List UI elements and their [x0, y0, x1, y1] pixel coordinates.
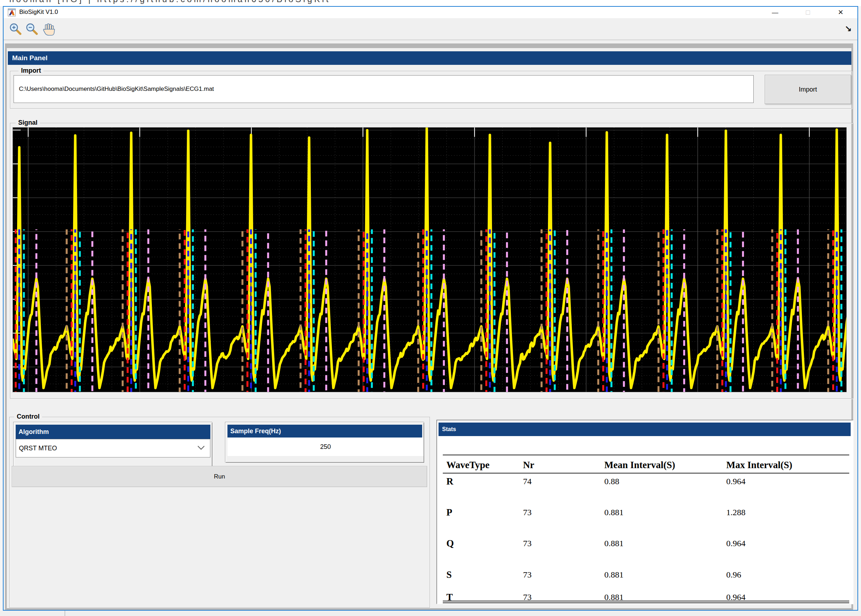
background-number-text: 650 50000 — [332, 613, 460, 616]
background-divider — [65, 611, 65, 616]
ecg-chart — [13, 127, 846, 392]
screen: hooman [HG] | https://github.com/hooman6… — [0, 0, 861, 616]
cell-max: 0.964 — [726, 536, 746, 551]
cell-wave: Q — [446, 536, 454, 551]
file-path-input[interactable] — [14, 75, 754, 103]
cell-wave: P — [446, 505, 452, 520]
background-url-text: hooman [HG] | https://github.com/hooman6… — [9, 0, 331, 4]
cell-nr: 73 — [523, 567, 532, 582]
chevron-down-icon — [197, 445, 205, 450]
cell-max: 1.288 — [726, 505, 746, 520]
algorithm-panel-header: Algorithm — [16, 425, 210, 439]
stats-table: WaveType Nr Mean Interval(S) Max Interva… — [437, 420, 853, 603]
table-rule-header — [443, 473, 849, 473]
toolbar-overflow-icon[interactable]: ↘ — [845, 24, 852, 34]
pan-hand-icon[interactable] — [42, 22, 56, 37]
figure-toolbar: ↘ — [3, 18, 858, 40]
cell-mean: 0.88 — [604, 474, 619, 489]
col-max-interval: Max Interval(S) — [726, 457, 792, 472]
table-row: P 73 0.881 1.288 — [437, 505, 853, 520]
zoom-in-icon[interactable] — [9, 22, 23, 37]
cell-max: 0.964 — [726, 474, 746, 489]
sample-freq-header: Sample Freq(Hz) — [227, 425, 422, 437]
table-rule-bottom-1 — [443, 601, 849, 601]
minimize-button[interactable]: — — [764, 7, 787, 18]
signal-plot[interactable] — [13, 127, 847, 392]
main-panel-header: Main Panel — [8, 51, 852, 65]
import-button[interactable]: Import — [765, 75, 851, 104]
table-rule-top — [443, 455, 849, 455]
window-title: BioSigKit V1.0 — [19, 9, 58, 16]
table-header-row: WaveType Nr Mean Interval(S) Max Interva… — [437, 457, 853, 472]
close-icon: ✕ — [838, 9, 844, 16]
titlebar: BioSigKit V1.0 — □ ✕ — [3, 7, 858, 18]
col-mean-interval: Mean Interval(S) — [604, 457, 675, 472]
matlab-icon — [8, 9, 16, 16]
cell-wave: R — [446, 474, 453, 489]
background-window-top: hooman [HG] | https://github.com/hooman6… — [0, 0, 861, 6]
cell-mean: 0.881 — [604, 567, 623, 582]
table-row: S 73 0.881 0.96 — [437, 567, 853, 582]
import-group-label: Import — [19, 67, 44, 74]
sample-freq-input[interactable] — [227, 437, 423, 456]
cell-nr: 73 — [523, 505, 532, 520]
background-window-bottom: 650 50000 — [0, 611, 861, 616]
app-window: BioSigKit V1.0 — □ ✕ — [3, 6, 858, 611]
close-button[interactable]: ✕ — [829, 7, 852, 18]
table-row: R 74 0.88 0.964 — [437, 474, 853, 489]
signal-group-label: Signal — [16, 119, 40, 126]
cell-max: 0.96 — [726, 567, 741, 582]
cell-nr: 74 — [523, 474, 532, 489]
table-rule-bottom-2 — [443, 602, 849, 603]
minimize-icon: — — [772, 9, 778, 16]
col-nr: Nr — [523, 457, 534, 472]
table-row: Q 73 0.881 0.964 — [437, 536, 853, 551]
stats-panel: Stats WaveType Nr Mean Interval(S) Max I… — [436, 420, 853, 604]
cell-wave: S — [446, 567, 452, 582]
cell-mean: 0.881 — [604, 536, 623, 551]
cell-nr: 73 — [523, 536, 532, 551]
run-button[interactable]: Run — [12, 466, 427, 487]
cell-mean: 0.881 — [604, 505, 623, 520]
maximize-icon: □ — [806, 9, 810, 16]
col-wavetype: WaveType — [446, 457, 490, 472]
zoom-out-icon[interactable] — [25, 22, 39, 37]
algorithm-dropdown[interactable]: QRST MTEO — [16, 439, 210, 457]
maximize-button[interactable]: □ — [796, 7, 819, 18]
algorithm-selected-value: QRST MTEO — [19, 439, 57, 457]
control-group-label: Control — [14, 413, 42, 420]
